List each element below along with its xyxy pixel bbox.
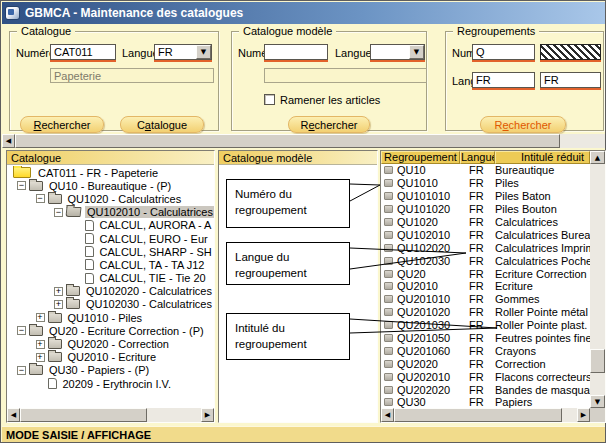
table-row[interactable]: QU1020FRCalculatrices	[381, 216, 590, 229]
modele-numero-input[interactable]	[264, 44, 328, 60]
group-item-icon	[384, 321, 393, 329]
title-bar[interactable]: GBMCA - Maintenance des catalogues	[2, 2, 605, 24]
cell-intitule: Bureautique	[495, 164, 590, 176]
catalogue-numero-input[interactable]: CAT011	[50, 44, 116, 60]
collapse-icon[interactable]: −	[36, 194, 45, 203]
tree-item[interactable]: CALCUL, TA - TA J12	[7, 258, 214, 271]
column-header-langue[interactable]: Langue	[460, 151, 495, 164]
tree-item[interactable]: CALCUL, EURO - Eur	[7, 232, 214, 245]
table-row[interactable]: QU202010FRFlacons correcteurs	[381, 370, 590, 383]
modele-rechercher-button[interactable]: Rechercher	[288, 116, 370, 133]
scroll-right-icon[interactable]: ▶	[577, 408, 590, 422]
cell-regroupement: QU10	[381, 164, 460, 176]
cell-regroupement: QU202010	[381, 371, 460, 383]
table-row[interactable]: QU101010FRPiles Baton	[381, 190, 590, 203]
column-header-regroupement[interactable]: Regroupement	[381, 151, 460, 164]
table-row[interactable]: QU1010FRPiles	[381, 177, 590, 190]
regroupement-code: QU201010	[397, 293, 450, 305]
scroll-left-icon[interactable]: ◀	[7, 408, 20, 422]
catalogue-rechercher-button[interactable]: Rechercher	[20, 116, 104, 133]
tree-item[interactable]: CALCUL, TIE - Tie 20	[7, 272, 214, 285]
scroll-right-icon[interactable]: ▶	[201, 408, 214, 422]
table-row[interactable]: QU102030FRCalculatrices Poche	[381, 254, 590, 267]
chevron-down-icon[interactable]: ▼	[196, 45, 211, 59]
table-row[interactable]: QU202020FRBandes de masquage	[381, 383, 590, 396]
expand-icon[interactable]: +	[54, 287, 63, 296]
expand-icon[interactable]: +	[36, 340, 45, 349]
column-header-intitule[interactable]: Intitulé réduit	[495, 151, 590, 164]
table-row[interactable]: QU2020FRCorrection	[381, 357, 590, 370]
regroupement-numero-input[interactable]: Q	[472, 44, 535, 60]
tree-item[interactable]: +QU2020 - Correction	[7, 337, 214, 350]
folder-icon	[29, 181, 43, 191]
cell-regroupement: QU201060	[381, 345, 460, 357]
regroupement-numero-masked-field[interactable]	[540, 44, 601, 60]
table-row[interactable]: QU20FREcriture Correction	[381, 267, 590, 280]
tree-horizontal-scrollbar[interactable]: ◀ ▶	[7, 408, 214, 422]
grid-horizontal-scrollbar[interactable]: ◀ ▶	[381, 408, 590, 422]
tree-item[interactable]: +QU102030 - Calculatrices P	[7, 298, 214, 311]
collapse-icon[interactable]: −	[17, 326, 26, 335]
tree-item[interactable]: CALCUL, AURORA - A	[7, 219, 214, 232]
cell-intitule: Ecriture	[495, 280, 590, 292]
catalogue-modele-panel-caption: Catalogue modèle	[219, 151, 377, 165]
table-row[interactable]: QU201030FRRoller Pointe plast.	[381, 319, 590, 332]
tree-item[interactable]: CAT011 - FR - Papeterie	[7, 166, 214, 179]
scroll-up-icon[interactable]: ▲	[590, 151, 605, 164]
regroupement-rechercher-button[interactable]: Rechercher	[480, 116, 566, 133]
cell-regroupement: QU2020	[381, 358, 460, 370]
tree-item[interactable]: −QU1020 - Calculatrices	[7, 192, 214, 205]
tree-item[interactable]: +QU1010 - Piles	[7, 311, 214, 324]
table-row[interactable]: QU201050FRFeutres pointes fine	[381, 332, 590, 345]
table-row[interactable]: QU102010FRCalculatrices Bureau	[381, 228, 590, 241]
table-row[interactable]: QU10FRBureautique	[381, 164, 590, 177]
tree-item[interactable]: −QU102010 - Calculatrices Bu	[7, 206, 214, 219]
regroupement-langue-input-right[interactable]: FR	[540, 72, 601, 88]
table-row[interactable]: QU102020FRCalculatrices Imprim	[381, 241, 590, 254]
collapse-icon[interactable]: −	[17, 366, 26, 375]
tree-item[interactable]: CALCUL, SHARP - SH	[7, 245, 214, 258]
tree-item[interactable]: +QU102020 - Calculatrices Im	[7, 285, 214, 298]
scroll-left-icon[interactable]: ◀	[2, 134, 15, 148]
tree-item-label: QU20 - Ecriture Correction - (P)	[47, 325, 206, 337]
grid-vertical-scrollbar[interactable]: ▲ ▼	[590, 151, 605, 408]
tree-item[interactable]: 20209 - Erythrocin I.V.	[7, 377, 214, 390]
table-row[interactable]: QU2010FREcriture	[381, 280, 590, 293]
cell-regroupement: QU202020	[381, 384, 460, 396]
scrollbar-thumb[interactable]	[15, 134, 560, 148]
chevron-down-icon[interactable]: ▼	[409, 45, 424, 59]
top-horizontal-scrollbar[interactable]: ◀	[2, 134, 605, 148]
tree-item-label: CAT011 - FR - Papeterie	[36, 167, 160, 179]
collapse-icon[interactable]: −	[17, 181, 26, 190]
scroll-left-icon[interactable]: ◀	[381, 408, 394, 422]
ramener-articles-checkbox[interactable]	[264, 94, 275, 105]
collapse-icon[interactable]: −	[54, 208, 63, 217]
regroupement-langue-input-left[interactable]: FR	[472, 72, 535, 88]
table-row[interactable]: QU201060FRCrayons	[381, 344, 590, 357]
scroll-down-icon[interactable]: ▼	[590, 395, 605, 408]
table-row[interactable]: QU30FRPapiers	[381, 396, 590, 408]
tree-item[interactable]: −QU30 - Papiers - (P)	[7, 364, 214, 377]
table-row[interactable]: QU201020FRRoller Pointe métal	[381, 306, 590, 319]
folder-yellow-icon	[13, 167, 31, 178]
scrollbar-thumb[interactable]	[590, 349, 605, 373]
cell-langue: FR	[460, 396, 495, 408]
tree-item[interactable]: −QU10 - Bureautique - (P)	[7, 179, 214, 192]
expand-icon[interactable]: +	[36, 313, 45, 322]
modele-langue-label: Langue	[335, 47, 372, 59]
table-row[interactable]: QU201010FRGommes	[381, 293, 590, 306]
catalogue-catalogue-button[interactable]: Catalogue	[120, 116, 204, 133]
modele-langue-select[interactable]: ▼	[370, 44, 425, 60]
tree-item[interactable]: −QU20 - Ecriture Correction - (P)	[7, 324, 214, 337]
catalogue-langue-select[interactable]: FR ▼	[154, 44, 212, 60]
expand-icon[interactable]: +	[54, 300, 63, 309]
scrollbar-thumb[interactable]	[394, 408, 562, 422]
cell-langue: FR	[460, 255, 495, 267]
cell-langue: FR	[460, 268, 495, 280]
tree-item[interactable]: +QU2010 - Ecriture	[7, 351, 214, 364]
expand-icon[interactable]: +	[36, 353, 45, 362]
regroupement-code: QU1010	[397, 177, 438, 189]
doc-icon	[85, 220, 94, 231]
table-row[interactable]: QU101020FRPiles Bouton	[381, 203, 590, 216]
scrollbar-thumb[interactable]	[20, 408, 147, 422]
